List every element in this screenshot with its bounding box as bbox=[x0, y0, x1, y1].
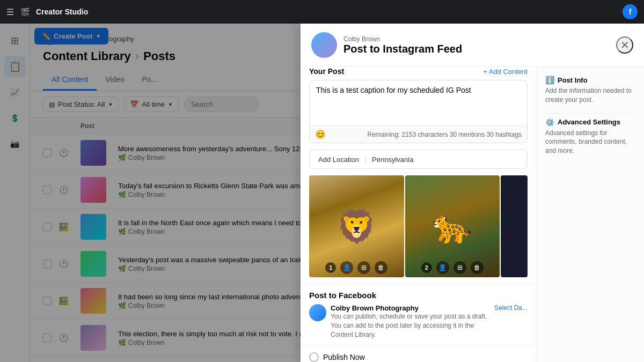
publish-now-radio[interactable] bbox=[309, 352, 319, 362]
fb-page-desc: You can publish, schedule or save your p… bbox=[331, 312, 490, 339]
caption-textarea[interactable]: This is a test caption for my scheduled … bbox=[310, 80, 527, 123]
fb-account-info: Colby Brown Photography You can publish,… bbox=[331, 304, 490, 339]
publish-now-option[interactable]: Publish Now bbox=[309, 352, 528, 362]
modal-main-content: Your Post + Add Content This is a test c… bbox=[301, 67, 537, 362]
select-day-button[interactable]: Select Da... bbox=[494, 304, 528, 312]
image-gallery: 1 👤 ⊞ 🗑 2 👤 ⊞ 🗑 bbox=[309, 175, 528, 277]
emoji-icon[interactable]: 😊 bbox=[315, 129, 326, 139]
modal-title: Post to Instagram Feed bbox=[343, 43, 610, 55]
fb-section-title: Post to Facebook bbox=[309, 291, 528, 300]
gallery-person-btn-2[interactable]: 👤 bbox=[436, 261, 449, 274]
schedule-options: Publish Now Schedule 📅 Oct 26, 2020 🕐 bbox=[301, 345, 536, 362]
app-title: Creator Studio bbox=[36, 8, 88, 16]
hamburger-icon[interactable]: ☰ bbox=[6, 7, 14, 17]
modal-header: Colby Brown Post to Instagram Feed ✕ bbox=[301, 24, 644, 67]
fb-account-row: Colby Brown Photography You can publish,… bbox=[309, 304, 528, 339]
your-post-section: Your Post + Add Content This is a test c… bbox=[301, 67, 536, 150]
settings-icon: ⚙️ bbox=[545, 118, 554, 127]
caption-box: This is a test caption for my scheduled … bbox=[309, 80, 528, 143]
dark-image bbox=[501, 175, 528, 277]
top-navigation: ☰ 🎬 Creator Studio f bbox=[0, 0, 644, 24]
gallery-item-2[interactable]: 2 👤 ⊞ 🗑 bbox=[405, 175, 500, 277]
gallery-item-1[interactable]: 1 👤 ⊞ 🗑 bbox=[309, 175, 404, 277]
fb-icon[interactable]: f bbox=[623, 4, 638, 19]
advanced-desc: Advanced settings for comments, branded … bbox=[545, 129, 635, 156]
add-content-button[interactable]: + Add Content bbox=[483, 68, 528, 76]
gallery-person-btn-1[interactable]: 👤 bbox=[340, 261, 353, 274]
gallery-controls-2: 2 👤 ⊞ 🗑 bbox=[405, 261, 500, 274]
post-modal: Colby Brown Post to Instagram Feed ✕ You… bbox=[301, 24, 644, 362]
gallery-crop-btn-1[interactable]: ⊞ bbox=[357, 261, 370, 274]
close-icon: ✕ bbox=[620, 39, 630, 51]
post-info-desc: Add the information needed to create you… bbox=[545, 86, 635, 105]
gallery-item-3[interactable] bbox=[501, 175, 528, 277]
post-info-panel: ℹ️ Post Info Add the information needed … bbox=[545, 76, 635, 105]
fb-page-name: Colby Brown Photography bbox=[331, 304, 490, 312]
advanced-settings-header: ⚙️ Advanced Settings bbox=[545, 118, 635, 127]
gallery-delete-btn-1[interactable]: 🗑 bbox=[375, 261, 387, 274]
app-logo: 🎬 bbox=[20, 8, 30, 16]
modal-user-avatar bbox=[311, 32, 337, 58]
your-post-label: Your Post bbox=[309, 67, 344, 76]
gallery-controls-1: 1 👤 ⊞ 🗑 bbox=[309, 261, 404, 274]
gallery-delete-btn-2[interactable]: 🗑 bbox=[471, 261, 484, 274]
location-row[interactable]: Add Location | Pennsylvania bbox=[309, 150, 528, 169]
modal-title-group: Colby Brown Post to Instagram Feed bbox=[343, 35, 610, 55]
post-info-header: ℹ️ Post Info bbox=[545, 76, 635, 84]
gallery-number-1: 1 bbox=[325, 262, 336, 273]
location-value: Pennsylvania bbox=[372, 156, 413, 164]
location-separator: | bbox=[364, 154, 367, 164]
fb-avatar bbox=[309, 304, 326, 321]
modal-body: Your Post + Add Content This is a test c… bbox=[301, 67, 644, 362]
post-info-title: Post Info bbox=[558, 76, 588, 84]
modal-overlay[interactable]: Colby Brown Post to Instagram Feed ✕ You… bbox=[0, 24, 644, 362]
your-post-header: Your Post + Add Content bbox=[309, 67, 528, 76]
publish-now-label: Publish Now bbox=[323, 353, 365, 361]
gallery-number-2: 2 bbox=[421, 262, 432, 273]
info-icon: ℹ️ bbox=[545, 76, 554, 84]
modal-close-button[interactable]: ✕ bbox=[616, 36, 633, 54]
modal-right-panel: ℹ️ Post Info Add the information needed … bbox=[537, 67, 644, 362]
modal-user-name: Colby Brown bbox=[343, 35, 610, 43]
fb-section: Post to Facebook Colby Brown Photography… bbox=[301, 284, 536, 345]
advanced-title: Advanced Settings bbox=[558, 118, 620, 126]
caption-footer: 😊 Remaining: 2153 characters 30 mentions… bbox=[310, 125, 527, 143]
gallery-crop-btn-2[interactable]: ⊞ bbox=[453, 261, 466, 274]
char-count: Remaining: 2153 characters 30 mentions 3… bbox=[367, 131, 522, 138]
advanced-settings-panel: ⚙️ Advanced Settings Advanced settings f… bbox=[545, 118, 635, 156]
add-location-button[interactable]: Add Location bbox=[318, 156, 359, 164]
